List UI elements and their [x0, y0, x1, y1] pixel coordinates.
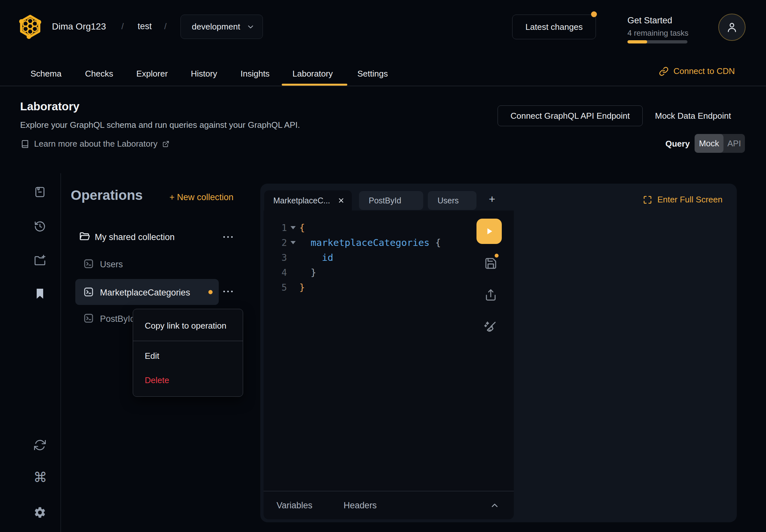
- unsaved-changes-dot: [208, 290, 213, 294]
- query-mode-toggle: Mock API: [695, 134, 745, 153]
- breadcrumb-separator: /: [164, 21, 166, 31]
- code-line: 4 }: [263, 265, 514, 280]
- toggle-option-mock[interactable]: Mock: [695, 134, 723, 153]
- tab-laboratory[interactable]: Laboratory: [292, 69, 333, 79]
- editor-tab-label: Users: [438, 196, 459, 205]
- response-panel: [514, 184, 737, 522]
- line-number: 4: [263, 267, 287, 278]
- rail-divider: [60, 173, 61, 532]
- line-number: 2: [263, 237, 287, 248]
- page-title: Laboratory: [20, 100, 79, 113]
- breadcrumb-separator: /: [121, 21, 124, 31]
- collection-folder[interactable]: My shared collection: [95, 232, 175, 242]
- editor-tab-users[interactable]: Users: [428, 191, 477, 210]
- tab-explorer[interactable]: Explorer: [136, 69, 168, 79]
- command-icon[interactable]: ⌘: [33, 471, 46, 484]
- tab-history[interactable]: History: [191, 69, 217, 79]
- add-tab-button[interactable]: +: [485, 193, 499, 205]
- line-number: 3: [263, 252, 287, 263]
- tab-checks[interactable]: Checks: [85, 69, 113, 79]
- history-icon[interactable]: [33, 220, 46, 233]
- run-query-button[interactable]: [477, 219, 502, 244]
- operation-icon: [83, 313, 94, 324]
- progress-fill: [627, 40, 647, 43]
- learn-more-link[interactable]: Learn more about the Laboratory: [21, 139, 169, 149]
- variables-tab[interactable]: Variables: [276, 501, 312, 511]
- mock-data-endpoint-label[interactable]: Mock Data Endpoint: [655, 111, 731, 121]
- editor-footer: Variables Headers: [263, 491, 514, 519]
- code-token: {: [299, 222, 305, 233]
- close-icon[interactable]: [337, 197, 345, 204]
- line-number: 5: [263, 282, 287, 293]
- external-link-icon: [162, 140, 169, 148]
- code-token: {: [430, 237, 441, 248]
- tab-settings[interactable]: Settings: [357, 69, 388, 79]
- new-folder-icon[interactable]: [33, 254, 46, 267]
- variant-dropdown[interactable]: development: [180, 15, 263, 39]
- editor-tab-postbyid[interactable]: PostById: [359, 191, 423, 210]
- bookmark-icon[interactable]: [33, 287, 46, 300]
- chevron-up-icon[interactable]: [490, 501, 500, 510]
- menu-item-edit[interactable]: Edit: [133, 351, 243, 361]
- connect-endpoint-button[interactable]: Connect GraphQL API Endpoint: [498, 105, 643, 126]
- connect-to-cdn-link[interactable]: Connect to CDN: [659, 66, 735, 76]
- page-description: Explore your GraphQL schema and run quer…: [20, 120, 300, 130]
- unsaved-changes-dot: [495, 254, 499, 258]
- code-line: 5 }: [263, 280, 514, 295]
- menu-divider: [133, 341, 243, 341]
- save-icon[interactable]: [484, 257, 497, 270]
- tab-insights[interactable]: Insights: [240, 69, 270, 79]
- share-icon[interactable]: [484, 289, 497, 302]
- notification-dot: [591, 11, 597, 17]
- collections-icon[interactable]: [33, 186, 46, 199]
- fold-toggle-icon[interactable]: [287, 226, 299, 229]
- operation-icon: [83, 286, 94, 297]
- editor-tab-label: MarketplaceC...: [273, 196, 330, 205]
- prettify-broom-icon[interactable]: [483, 320, 498, 334]
- folder-open-icon: [79, 231, 90, 242]
- collection-item-postbyid[interactable]: PostById: [100, 314, 135, 324]
- operation-icon: [83, 258, 94, 269]
- breadcrumb-project[interactable]: test: [138, 21, 152, 31]
- get-started-subtitle: 4 remaining tasks: [627, 29, 688, 38]
- variant-dropdown-value: development: [192, 22, 240, 32]
- collection-item-users[interactable]: Users: [100, 260, 123, 270]
- user-icon: [726, 21, 738, 33]
- headers-tab[interactable]: Headers: [344, 501, 377, 511]
- operations-title: Operations: [71, 187, 143, 203]
- code-line: 3 id: [263, 250, 514, 265]
- code-token: marketplaceCategories: [299, 237, 430, 248]
- toggle-option-api[interactable]: API: [723, 134, 745, 153]
- learn-more-label: Learn more about the Laboratory: [34, 139, 157, 149]
- operation-menu-button[interactable]: [223, 291, 233, 292]
- user-avatar[interactable]: [718, 14, 746, 41]
- get-started-progressbar: [627, 40, 687, 43]
- nav-tabs: Schema Checks Explorer History Insights …: [0, 56, 766, 86]
- editor-tab-marketplacecategories[interactable]: MarketplaceC...: [264, 190, 352, 211]
- line-number: 1: [263, 223, 287, 233]
- tab-schema[interactable]: Schema: [30, 69, 61, 79]
- menu-item-delete[interactable]: Delete: [133, 375, 243, 385]
- query-toggle-label: Query: [665, 139, 690, 149]
- collection-item-marketplacecategories[interactable]: MarketplaceCategories: [100, 288, 190, 298]
- connect-to-cdn-label: Connect to CDN: [674, 66, 735, 76]
- collection-menu-button[interactable]: [223, 236, 233, 238]
- query-editor[interactable]: 1 { 2 marketplaceCategories { 3 id 4 }: [263, 211, 514, 491]
- code-token: }: [299, 282, 305, 293]
- sync-icon[interactable]: [33, 439, 46, 452]
- active-tab-underline: [282, 84, 347, 86]
- app-root: Dima Org123 / test / development Latest …: [0, 0, 766, 532]
- fold-toggle-icon[interactable]: [287, 241, 299, 244]
- new-collection-button[interactable]: + New collection: [169, 192, 233, 202]
- link-icon: [659, 67, 669, 76]
- breadcrumb-org[interactable]: Dima Org123: [52, 21, 106, 32]
- get-started-title: Get Started: [627, 16, 672, 26]
- editor-tab-label: PostById: [369, 196, 401, 205]
- operation-context-menu: Copy link to operation Edit Delete: [133, 309, 243, 397]
- chevron-down-icon: [246, 23, 255, 31]
- book-icon: [21, 140, 29, 148]
- gear-icon[interactable]: [33, 506, 46, 519]
- menu-item-copy-link[interactable]: Copy link to operation: [133, 321, 243, 331]
- graphos-logo-icon[interactable]: [19, 14, 42, 39]
- latest-changes-button[interactable]: Latest changes: [512, 15, 596, 39]
